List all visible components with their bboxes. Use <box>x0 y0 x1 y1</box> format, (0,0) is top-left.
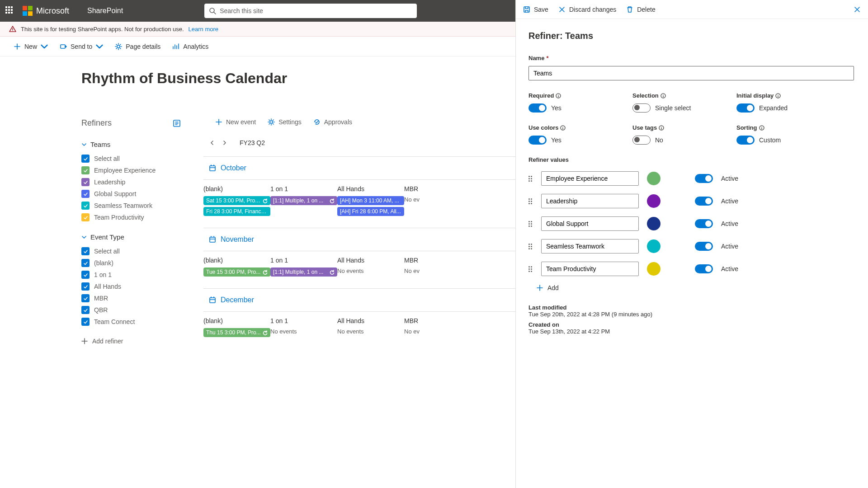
settings-button[interactable]: Settings <box>268 118 302 126</box>
plus-icon <box>215 118 222 126</box>
required-toggle[interactable] <box>528 103 547 113</box>
refiner-value-input[interactable] <box>541 216 639 231</box>
column-header: (blank) <box>203 317 270 324</box>
svg-point-4 <box>270 121 273 123</box>
drag-handle-icon[interactable] <box>528 176 533 182</box>
active-toggle[interactable] <box>695 174 713 183</box>
event-chip[interactable]: [1:1] Multiple, 1 on ... <box>270 267 337 277</box>
month-name: October <box>221 164 246 172</box>
event-chip[interactable]: [AH] Fri 28 6:00 PM, All... <box>337 207 404 216</box>
active-toggle[interactable] <box>695 242 713 251</box>
send-to-button[interactable]: Send to <box>60 43 103 50</box>
drag-handle-icon[interactable] <box>528 266 533 272</box>
active-label: Active <box>721 220 738 227</box>
refiner-item[interactable]: Employee Experience <box>81 166 181 174</box>
refiner-item[interactable]: Team Connect <box>81 318 181 326</box>
delete-button[interactable]: Delete <box>626 6 655 13</box>
add-refiner-button[interactable]: Add refiner <box>81 338 181 345</box>
refiner-item[interactable]: MBR <box>81 294 181 302</box>
refiner-item[interactable]: Leadership <box>81 178 181 186</box>
refiner-item[interactable]: All Hands <box>81 282 181 291</box>
calendar-icon <box>209 164 216 172</box>
refiner-item[interactable]: Seamless Teamwork <box>81 202 181 210</box>
selection-toggle[interactable] <box>632 103 651 113</box>
sorting-toggle[interactable] <box>736 136 755 145</box>
notice-link[interactable]: Learn more <box>189 26 218 33</box>
checkbox-icon <box>81 259 90 267</box>
column-header: All Hands <box>337 185 404 192</box>
discard-button[interactable]: Discard changes <box>558 6 616 13</box>
use-tags-label: Use tags <box>632 124 709 131</box>
new-event-button[interactable]: New event <box>215 118 256 126</box>
event-chip[interactable]: Fri 28 3:00 PM, Financia... <box>203 207 270 216</box>
event-chip[interactable]: Tue 15 3:00 PM, Pro... <box>203 267 270 277</box>
panel-close-icon[interactable] <box>854 6 861 13</box>
refiner-value-input[interactable] <box>541 262 639 276</box>
info-icon <box>660 93 666 99</box>
chevron-down-icon <box>81 235 87 240</box>
refiner-item[interactable]: Global Support <box>81 190 181 198</box>
analytics-button[interactable]: Analytics <box>172 43 208 50</box>
refiner-item-label: (blank) <box>94 259 113 267</box>
notice-text: This site is for testing SharePoint apps… <box>21 26 184 33</box>
app-launcher-icon[interactable] <box>5 6 14 15</box>
approvals-button[interactable]: Approvals <box>313 118 352 126</box>
active-toggle[interactable] <box>695 197 713 206</box>
name-input[interactable] <box>528 66 854 80</box>
refiners-pane: Refiners TeamsSelect allEmployee Experie… <box>81 118 181 349</box>
close-icon <box>558 6 566 13</box>
month-name: December <box>221 296 254 304</box>
chevron-down-icon <box>81 142 87 147</box>
active-toggle[interactable] <box>695 219 713 228</box>
active-toggle[interactable] <box>695 264 713 273</box>
edit-refiners-icon[interactable] <box>173 119 181 127</box>
prev-period-icon[interactable] <box>209 140 215 146</box>
gear-icon <box>115 43 122 50</box>
next-period-icon[interactable] <box>222 140 228 146</box>
use-tags-toggle[interactable] <box>632 136 651 145</box>
save-icon <box>523 6 530 13</box>
event-chip[interactable]: Thu 15 3:00 PM, Pro... <box>203 328 270 337</box>
column-header: (blank) <box>203 257 270 264</box>
panel-metadata: Last modified Tue Sep 20th, 2022 at 4:28… <box>528 304 855 335</box>
column-header: 1 on 1 <box>270 317 337 324</box>
checkbox-icon <box>81 178 90 186</box>
save-button[interactable]: Save <box>523 6 548 13</box>
event-chip[interactable]: [1:1] Multiple, 1 on ... <box>270 196 337 205</box>
refiner-group-header[interactable]: Teams <box>81 141 181 148</box>
refiner-item[interactable]: 1 on 1 <box>81 271 181 279</box>
no-events-label: No events <box>337 328 404 335</box>
initial-display-toggle[interactable] <box>736 103 755 113</box>
refiner-value-input[interactable] <box>541 194 639 208</box>
new-button[interactable]: New <box>14 43 48 50</box>
drag-handle-icon[interactable] <box>528 244 533 249</box>
page-details-button[interactable]: Page details <box>115 43 160 50</box>
created-label: Created on <box>528 321 855 328</box>
drag-handle-icon[interactable] <box>528 221 533 227</box>
color-swatch[interactable] <box>647 194 660 208</box>
add-value-button[interactable]: Add <box>537 284 855 291</box>
color-swatch[interactable] <box>647 239 660 253</box>
refiner-item[interactable]: QBR <box>81 306 181 314</box>
use-colors-value: Yes <box>551 136 561 144</box>
refiner-item[interactable]: Select all <box>81 155 181 163</box>
refiner-group-header[interactable]: Event Type <box>81 233 181 241</box>
refiner-value-input[interactable] <box>541 239 639 253</box>
color-swatch[interactable] <box>647 262 660 276</box>
refiner-item[interactable]: Select all <box>81 247 181 255</box>
refiner-item-label: Team Productivity <box>94 214 144 221</box>
period-label: FY23 Q2 <box>240 139 265 146</box>
use-colors-toggle[interactable] <box>528 136 547 145</box>
refiner-item[interactable]: (blank) <box>81 259 181 267</box>
svg-rect-1 <box>61 45 65 48</box>
color-swatch[interactable] <box>647 172 660 185</box>
refiner-item[interactable]: Team Productivity <box>81 213 181 221</box>
color-swatch[interactable] <box>647 217 660 230</box>
search-input[interactable]: Search this site <box>204 4 417 18</box>
drag-handle-icon[interactable] <box>528 198 533 204</box>
event-chip[interactable]: [AH] Mon 3 11:00 AM, ... <box>337 196 404 205</box>
refiner-value-input[interactable] <box>541 171 639 186</box>
checkbox-icon <box>81 202 90 210</box>
column-header: MBR <box>404 317 431 324</box>
event-chip[interactable]: Sat 15 3:00 PM, Prod... <box>203 196 270 205</box>
